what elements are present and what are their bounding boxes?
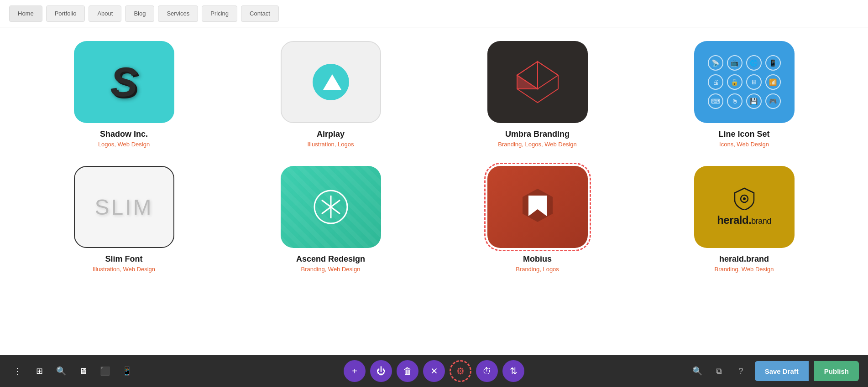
nav-btn-6[interactable]: Pricing: [202, 5, 237, 22]
portfolio-item-lineset[interactable]: 📡 📺 🌐 📱 🖨 🔒 🖥 📶 ⌨ 🖱 💾 🎮 Line Icon Set Ic…: [648, 41, 841, 148]
search-icon[interactable]: 🔍: [53, 363, 69, 379]
icon-game: 🎮: [765, 93, 781, 109]
slim-logo: SLIM: [94, 195, 153, 220]
portfolio-thumb-shadow: S: [74, 41, 174, 123]
portfolio-item-slim[interactable]: SLIM Slim Font Illustration, Web Design: [27, 166, 220, 273]
portfolio-item-mobius[interactable]: Mobius Branding, Logos: [441, 166, 634, 273]
sort-button[interactable]: ⇅: [502, 360, 524, 382]
nav-btn-7[interactable]: Contact: [241, 5, 279, 22]
history-button[interactable]: ⏱: [476, 360, 498, 382]
portfolio-grid: S Shadow Inc. Logos, Web Design Airplay …: [27, 41, 841, 273]
item-tags-ascend: Branding, Web Design: [301, 266, 361, 273]
ascend-logo-icon: [313, 189, 349, 225]
bottom-toolbar: ⋮ ⊞ 🔍 🖥 ⬛ 📱 + ⏻ 🗑 ✕ ⚙ ⏱ ⇅ 🔍 ⧉ ? Save Dra…: [0, 355, 868, 387]
item-tags-lineset: Icons, Web Design: [719, 141, 769, 148]
item-title-herald: herald.brand: [719, 254, 769, 264]
settings-button-selected[interactable]: ⚙: [450, 360, 471, 382]
help-icon[interactable]: ?: [733, 363, 749, 379]
mobile-icon[interactable]: 📱: [119, 363, 135, 379]
shadow-logo: S: [110, 59, 137, 106]
icon-tv: 📺: [727, 55, 743, 71]
top-nav: Home Portfolio About Blog Services Prici…: [0, 0, 868, 27]
item-tags-umbra: Branding, Logos, Web Design: [498, 141, 576, 148]
portfolio-item-umbra[interactable]: Umbra Branding Branding, Logos, Web Desi…: [441, 41, 634, 148]
herald-content: herald.brand: [717, 187, 771, 227]
item-tags-shadow: Logos, Web Design: [98, 141, 150, 148]
portfolio-item-herald[interactable]: herald.brand herald.brand Branding, Web …: [648, 166, 841, 273]
desktop-icon[interactable]: 🖥: [75, 363, 91, 379]
item-title-ascend: Ascend Redesign: [296, 254, 365, 264]
icon-grid: 📡 📺 🌐 📱 🖨 🔒 🖥 📶 ⌨ 🖱 💾 🎮: [702, 50, 786, 114]
icon-lock: 🔒: [727, 74, 743, 90]
icon-print: 🖨: [708, 74, 723, 90]
portfolio-item-airplay[interactable]: Airplay Illustration, Logos: [234, 41, 427, 148]
close-button[interactable]: ✕: [423, 360, 445, 382]
icon-signal: 📶: [765, 74, 781, 90]
delete-button[interactable]: 🗑: [397, 360, 418, 382]
herald-shield-icon: [733, 187, 756, 210]
mobius-logo-icon: [517, 186, 558, 227]
item-title-mobius: Mobius: [523, 254, 552, 264]
item-tags-slim: Illustration, Web Design: [93, 266, 155, 273]
tablet-icon[interactable]: ⬛: [97, 363, 113, 379]
grid-view-icon[interactable]: ⊞: [31, 363, 47, 379]
toolbar-right: 🔍 ⧉ ? Save Draft Publish: [689, 361, 859, 381]
toolbar-center: + ⏻ 🗑 ✕ ⚙ ⏱ ⇅: [344, 360, 524, 382]
nav-btn-2[interactable]: Portfolio: [46, 5, 85, 22]
portfolio-thumb-airplay: [281, 41, 381, 123]
svg-marker-3: [517, 75, 538, 89]
item-tags-airplay: Illustration, Logos: [308, 141, 354, 148]
icon-device2: 🖱: [727, 93, 743, 109]
icon-device1: ⌨: [708, 93, 723, 109]
toolbar-left: ⋮ ⊞ 🔍 🖥 ⬛ 📱: [9, 363, 135, 379]
item-title-lineset: Line Icon Set: [718, 129, 769, 139]
power-button[interactable]: ⏻: [370, 360, 392, 382]
portfolio-thumb-umbra: [487, 41, 588, 123]
portfolio-thumb-herald: herald.brand: [694, 166, 795, 248]
portfolio-thumb-lineset: 📡 📺 🌐 📱 🖨 🔒 🖥 📶 ⌨ 🖱 💾 🎮: [694, 41, 795, 123]
add-button[interactable]: +: [344, 360, 366, 382]
icon-globe: 🌐: [746, 55, 762, 71]
portfolio-thumb-ascend: [281, 166, 381, 248]
svg-point-11: [743, 197, 746, 200]
portfolio-item-ascend[interactable]: Ascend Redesign Branding, Web Design: [234, 166, 427, 273]
airplay-circle: [313, 64, 349, 100]
portfolio-thumb-slim: SLIM: [74, 166, 174, 248]
nav-btn-4[interactable]: Blog: [125, 5, 154, 22]
portfolio-item-shadow-inc[interactable]: S Shadow Inc. Logos, Web Design: [27, 41, 220, 148]
icon-phone: 📱: [765, 55, 781, 71]
search-right-icon[interactable]: 🔍: [689, 363, 706, 379]
airplay-arrow-icon: [323, 74, 341, 90]
nav-btn-1[interactable]: Home: [9, 5, 42, 22]
nav-btn-3[interactable]: About: [89, 5, 121, 22]
nav-btn-5[interactable]: Services: [158, 5, 198, 22]
icon-wifi: 📡: [708, 55, 723, 71]
icon-monitor: 🖥: [746, 74, 762, 90]
layers-icon[interactable]: ⧉: [711, 363, 727, 379]
item-title-umbra: Umbra Branding: [505, 129, 570, 139]
item-tags-herald: Branding, Web Design: [715, 266, 774, 273]
icon-device3: 💾: [746, 93, 762, 109]
main-content: S Shadow Inc. Logos, Web Design Airplay …: [0, 27, 868, 355]
umbra-diamond-icon: [515, 59, 560, 105]
item-title-slim: Slim Font: [105, 254, 143, 264]
save-draft-button[interactable]: Save Draft: [755, 361, 809, 381]
publish-button[interactable]: Publish: [814, 361, 859, 381]
more-options-icon[interactable]: ⋮: [9, 363, 26, 379]
svg-marker-1: [538, 62, 558, 89]
herald-brand-text: herald.brand: [717, 214, 771, 227]
item-tags-mobius: Branding, Logos: [516, 266, 559, 273]
item-title-shadow: Shadow Inc.: [100, 129, 148, 139]
portfolio-thumb-mobius: [487, 166, 588, 248]
item-title-airplay: Airplay: [317, 129, 345, 139]
